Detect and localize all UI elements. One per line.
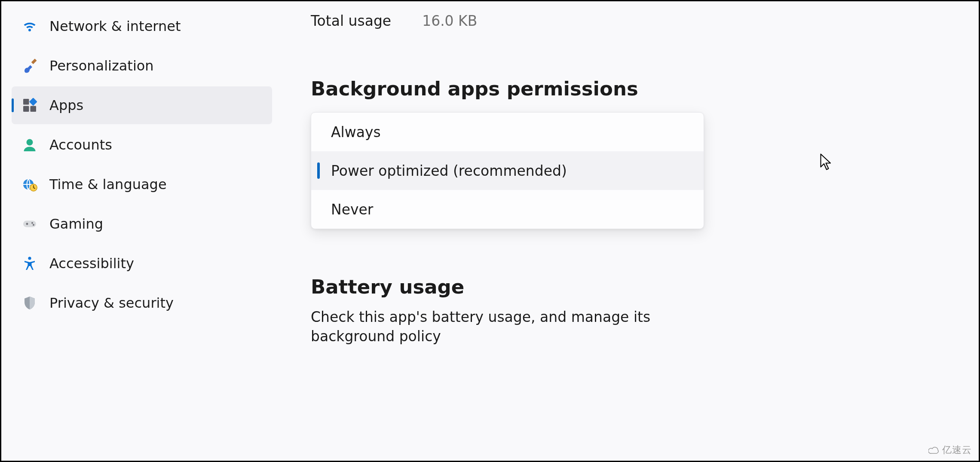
sidebar-item-network[interactable]: Network & internet bbox=[12, 7, 272, 45]
sidebar-item-personalization[interactable]: Personalization bbox=[12, 47, 272, 85]
svg-point-4 bbox=[27, 139, 33, 146]
person-icon bbox=[17, 137, 43, 153]
svg-point-8 bbox=[26, 223, 28, 225]
settings-window: Network & internet Personalization Apps … bbox=[0, 0, 980, 462]
globe-clock-icon bbox=[17, 177, 43, 192]
sidebar-item-label: Accounts bbox=[43, 137, 112, 153]
svg-rect-0 bbox=[23, 99, 29, 105]
svg-point-11 bbox=[28, 257, 31, 260]
sidebar-item-accessibility[interactable]: Accessibility bbox=[12, 245, 272, 282]
total-usage-value: 16.0 KB bbox=[422, 12, 477, 29]
total-usage-row: Total usage 16.0 KB bbox=[311, 12, 979, 29]
svg-rect-7 bbox=[23, 221, 36, 227]
total-usage-label: Total usage bbox=[311, 12, 391, 29]
dropdown-option-label: Always bbox=[331, 124, 381, 141]
cloud-icon bbox=[928, 446, 940, 454]
settings-main-panel: Total usage 16.0 KB Background apps perm… bbox=[276, 1, 979, 461]
sidebar-item-label: Network & internet bbox=[43, 18, 181, 34]
dropdown-option-always[interactable]: Always bbox=[311, 113, 704, 151]
paintbrush-icon bbox=[17, 58, 43, 73]
svg-rect-3 bbox=[31, 106, 37, 112]
svg-point-9 bbox=[31, 222, 33, 224]
dropdown-option-label: Never bbox=[331, 201, 373, 218]
battery-usage-heading: Battery usage bbox=[311, 275, 979, 298]
accessibility-icon bbox=[17, 256, 43, 271]
dropdown-option-never[interactable]: Never bbox=[311, 190, 704, 229]
watermark: 亿速云 bbox=[928, 444, 972, 456]
sidebar-item-accounts[interactable]: Accounts bbox=[12, 126, 272, 164]
sidebar-item-privacy-security[interactable]: Privacy & security bbox=[12, 284, 272, 322]
dropdown-option-power-optimized[interactable]: Power optimized (recommended) bbox=[311, 151, 704, 190]
shield-icon bbox=[17, 295, 43, 311]
settings-sidebar: Network & internet Personalization Apps … bbox=[1, 1, 276, 461]
svg-rect-1 bbox=[29, 98, 37, 106]
svg-point-10 bbox=[33, 224, 34, 226]
sidebar-item-label: Accessibility bbox=[43, 255, 134, 272]
wifi-icon bbox=[17, 18, 43, 34]
sidebar-item-time-language[interactable]: Time & language bbox=[12, 165, 272, 203]
battery-usage-description: Check this app's battery usage, and mana… bbox=[311, 308, 723, 346]
sidebar-item-label: Gaming bbox=[43, 216, 103, 232]
background-apps-dropdown[interactable]: Always Power optimized (recommended) Nev… bbox=[311, 112, 704, 229]
dropdown-option-label: Power optimized (recommended) bbox=[331, 162, 567, 179]
sidebar-item-label: Time & language bbox=[43, 176, 167, 193]
sidebar-item-apps[interactable]: Apps bbox=[12, 86, 272, 124]
sidebar-item-label: Personalization bbox=[43, 58, 154, 74]
apps-icon bbox=[17, 98, 43, 113]
sidebar-item-label: Apps bbox=[43, 97, 83, 113]
background-apps-heading: Background apps permissions bbox=[311, 77, 979, 100]
gamepad-icon bbox=[17, 216, 43, 232]
sidebar-item-gaming[interactable]: Gaming bbox=[12, 205, 272, 243]
watermark-text: 亿速云 bbox=[942, 444, 972, 456]
svg-rect-2 bbox=[23, 106, 29, 112]
sidebar-item-label: Privacy & security bbox=[43, 295, 174, 311]
